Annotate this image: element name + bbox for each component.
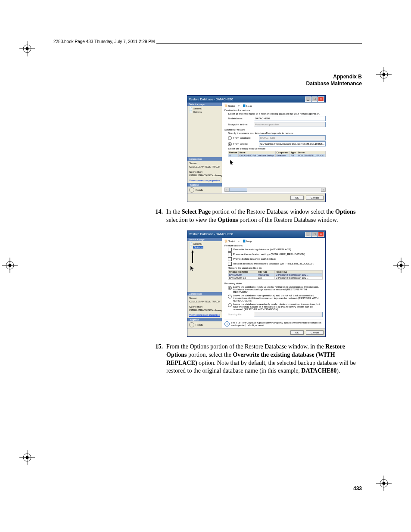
table-row[interactable]: DATACHE80_log Log C:\Program Files\Micro…: [228, 276, 323, 279]
page-options-item[interactable]: 📄 Options: [189, 110, 220, 114]
recovery-radio-2[interactable]: [228, 295, 232, 299]
to-database-field[interactable]: DATACHE80: [254, 116, 326, 121]
restrict-checkbox[interactable]: [228, 262, 232, 266]
destination-header: Destination for restore: [224, 109, 326, 112]
progress-ready: Ready: [196, 323, 203, 326]
window-titlebar[interactable]: Restore Database - DATACHE80 _ □ ×: [187, 231, 325, 238]
backup-sets-label: Select the backup sets to restore:: [228, 147, 326, 150]
script-menu[interactable]: 📜 Script ▾: [224, 105, 240, 107]
select-page-header: Select a page: [187, 238, 222, 241]
running-head: Appendix B Database Maintenance: [306, 74, 362, 87]
col-original-file: Original File Name: [228, 270, 257, 273]
col-restore: Restore: [228, 151, 239, 154]
table-row[interactable]: DATACHE80 Rows Data C:\Program Files\Mic…: [228, 273, 323, 276]
restore-options-header: Restore options: [224, 244, 323, 247]
help-menu[interactable]: 📘 Help: [243, 105, 254, 107]
view-connection-link[interactable]: View connection properties: [189, 179, 220, 182]
to-database-label: To database:: [228, 117, 254, 120]
horizontal-scrollbar[interactable]: ‹ ›: [224, 187, 326, 192]
col-file-type: File Type: [257, 270, 274, 273]
connection-header: Connection: [187, 292, 222, 296]
cursor-pointer-icon: [190, 265, 195, 272]
help-menu[interactable]: 📘 Help: [243, 240, 254, 243]
server-label: Server:: [189, 162, 220, 165]
cancel-button[interactable]: Cancel: [306, 330, 324, 335]
book-header: 2283.book Page 433 Thursday, July 7, 201…: [52, 39, 156, 44]
recovery-radio-3[interactable]: [228, 303, 232, 307]
page-general-item[interactable]: 📄 General: [189, 107, 220, 110]
restore-files-label: Restore the database files as:: [228, 267, 323, 269]
restore-files-grid[interactable]: Original File Name File Type Restore As …: [228, 270, 323, 280]
registration-mark-icon: [19, 450, 35, 465]
progress-icon: [189, 187, 194, 193]
figure-restore-db-general: Restore Database - DATACHE80 _ □ × Selec…: [187, 95, 326, 202]
figure-restore-db-options: Restore Database - DATACHE80 _ □ × Selec…: [187, 230, 326, 337]
to-point-field[interactable]: Most recent possible: [254, 122, 326, 127]
recovery-state-header: Recovery state: [224, 282, 323, 285]
step-15: 15. From the Options portion of the Rest…: [151, 343, 362, 376]
col-server: Server: [297, 151, 325, 154]
from-device-field[interactable]: C:\Program Files\Microsoft SQL Server\MS…: [259, 141, 326, 146]
from-device-label: From device:: [233, 143, 259, 145]
registration-mark-icon: [376, 476, 392, 491]
from-database-radio[interactable]: [228, 136, 232, 140]
progress-icon: [189, 322, 194, 327]
progress-header: Progress: [187, 183, 222, 187]
page-general-item[interactable]: 📄 General: [189, 242, 220, 246]
select-page-header: Select a page: [187, 103, 222, 106]
maximize-button[interactable]: □: [311, 96, 318, 102]
ok-button[interactable]: OK: [290, 196, 304, 200]
from-device-radio[interactable]: [228, 142, 232, 146]
minimize-button[interactable]: _: [305, 232, 311, 237]
recovery-radio-1[interactable]: [228, 286, 232, 290]
page-options-item[interactable]: 📄 Options: [189, 246, 220, 249]
scroll-thumb[interactable]: [229, 188, 247, 192]
backup-sets-grid[interactable]: Restore Name Component Type Server ☑ DAT…: [228, 151, 326, 157]
table-row[interactable]: ☑ DATACHE80-Full Database Backup Databas…: [228, 154, 326, 157]
info-icon: i: [224, 321, 230, 327]
minimize-button[interactable]: _: [305, 96, 311, 102]
window-titlebar[interactable]: Restore Database - DATACHE80 _ □ ×: [187, 96, 325, 103]
step-number: 14.: [151, 208, 166, 224]
registration-mark-icon: [393, 258, 409, 273]
destination-note: Select or type the name of a new or exis…: [228, 112, 326, 115]
connection-label: Connection:: [189, 305, 220, 308]
progress-header: Progress: [187, 318, 222, 321]
progress-ready: Ready: [196, 189, 203, 191]
connection-header: Connection: [187, 157, 222, 161]
script-menu[interactable]: 📜 Script ▾: [224, 240, 240, 243]
dialog-toolbar: 📜 Script ▾ 📘 Help: [224, 104, 326, 107]
scroll-left-arrow[interactable]: ‹: [224, 188, 229, 192]
page-number: 433: [353, 485, 362, 492]
maximize-button[interactable]: □: [311, 232, 318, 237]
col-type: Type: [290, 151, 297, 154]
from-database-label: From database:: [233, 137, 259, 139]
dialog-toolbar: 📜 Script ▾ 📘 Help: [224, 240, 323, 243]
overwrite-checkbox[interactable]: [228, 248, 232, 252]
connection-value: INTELLITRACKINC\colleeng: [189, 308, 220, 312]
server-value: COLLEEN\INTELLITRACK: [189, 300, 220, 303]
from-database-field: DATACHE80: [259, 135, 326, 140]
col-name: Name: [239, 151, 276, 154]
to-point-label: To a point in time:: [228, 123, 254, 126]
standby-field: [254, 312, 323, 317]
standby-label: Standby file:: [228, 313, 254, 316]
callout-arrow-icon: [191, 250, 220, 264]
window-title: Restore Database - DATACHE80: [189, 233, 233, 236]
source-header: Source for restore: [224, 128, 326, 131]
cursor-pointer-icon: [230, 159, 235, 166]
ok-button[interactable]: OK: [290, 330, 304, 335]
close-button[interactable]: ×: [318, 232, 324, 237]
connection-value: INTELLITRACKINC\colleeng: [189, 174, 220, 177]
close-button[interactable]: ×: [318, 96, 324, 102]
preserve-checkbox[interactable]: [228, 252, 232, 256]
window-title: Restore Database - DATACHE80: [189, 98, 233, 101]
prompt-checkbox[interactable]: [228, 257, 232, 261]
view-connection-link[interactable]: View connection properties: [189, 313, 220, 317]
running-head-line2: Database Maintenance: [306, 81, 362, 87]
source-note: Specify the source and location of backu…: [228, 132, 326, 134]
fulltext-note: The Full-Text Upgrade Option server prop…: [231, 321, 323, 327]
cancel-button[interactable]: Cancel: [306, 196, 324, 200]
running-head-line1: Appendix B: [306, 74, 362, 81]
scroll-right-arrow[interactable]: ›: [321, 188, 326, 192]
